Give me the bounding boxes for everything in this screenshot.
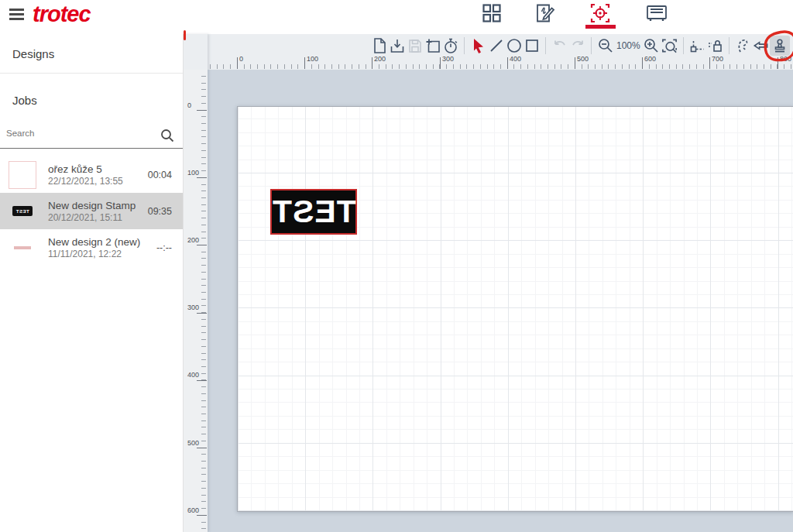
job-title: New design Stamp [48,199,148,212]
sidebar-item-jobs[interactable]: Jobs [0,74,183,119]
rectangle-tool-icon[interactable] [523,36,541,56]
job-title: New design 2 (new) [48,235,156,249]
undo-icon[interactable] [551,36,568,56]
search-icon[interactable] [160,128,175,143]
annotation-stroke [184,30,186,40]
job-date: 20/12/2021, 15:11 [48,212,148,224]
grid-view-icon[interactable] [481,2,503,24]
job-thumbnail: TEST [8,197,37,226]
job-item[interactable]: ořez kůže 5 22/12/2021, 13:55 00:04 [0,156,183,193]
designs-label: Designs [12,47,54,60]
sidebar: Designs Jobs ořez kůže 5 22/12/2021, 13:… [0,34,184,532]
jobs-label: Jobs [12,94,37,107]
trace-outline-icon[interactable] [734,36,752,56]
snap-lock-icon[interactable] [706,36,724,56]
design-canvas[interactable]: TEST [237,106,793,512]
save-icon[interactable] [406,36,424,56]
job-list: ořez kůže 5 22/12/2021, 13:55 00:04 TEST… [0,156,183,266]
vertical-ruler: 0 100 200 300 400 500 600 [186,70,208,532]
marker-icon[interactable] [752,36,770,56]
job-thumbnail [8,160,37,190]
ellipse-tool-icon[interactable] [505,36,523,56]
snap-node-icon[interactable] [688,36,706,56]
active-tab-underline [585,25,616,29]
job-date: 22/12/2021, 13:55 [48,176,148,187]
design-edit-icon[interactable] [534,2,555,24]
select-cursor-icon[interactable] [469,36,487,56]
job-item-selected[interactable]: TEST New design Stamp 20/12/2021, 15:11 … [0,193,183,229]
job-duration: --:-- [156,242,175,253]
trotec-logo: trotec [33,2,91,27]
job-duration: 09:35 [148,206,175,217]
menu-icon[interactable] [9,9,24,20]
app-header: trotec [0,0,793,34]
stamp-object[interactable]: TEST [270,189,357,235]
workspace: 0 100 200 300 400 500 600 700 800 0 100 … [184,34,793,532]
job-thumbnail [8,233,37,263]
positioning-icon[interactable] [589,2,611,24]
zoom-level-label[interactable]: 100% [616,40,640,51]
line-tool-icon[interactable] [487,36,505,56]
job-title: ořez kůže 5 [48,163,148,176]
redo-icon[interactable] [568,36,586,56]
job-duration: 00:04 [148,170,175,180]
job-date: 11/11/2021, 12:22 [48,249,156,260]
search-input[interactable] [6,129,153,138]
new-document-icon[interactable] [370,36,388,56]
job-item[interactable]: New design 2 (new) 11/11/2021, 12:22 --:… [0,229,183,266]
zoom-fit-icon[interactable] [661,36,678,56]
job-search [0,124,183,149]
timer-icon[interactable] [441,36,459,56]
import-icon[interactable] [388,36,406,56]
horizontal-ruler: 0 100 200 300 400 500 600 700 800 [208,54,793,70]
machine-view-icon[interactable] [645,2,667,24]
zoom-out-icon[interactable] [596,36,614,56]
stamp-icon[interactable] [770,36,790,56]
zoom-in-icon[interactable] [643,36,661,56]
canvas-toolbar: 100% [370,35,790,57]
sidebar-item-designs[interactable]: Designs [0,34,183,74]
add-job-icon[interactable] [424,36,441,56]
stamp-text: TEST [272,196,356,228]
